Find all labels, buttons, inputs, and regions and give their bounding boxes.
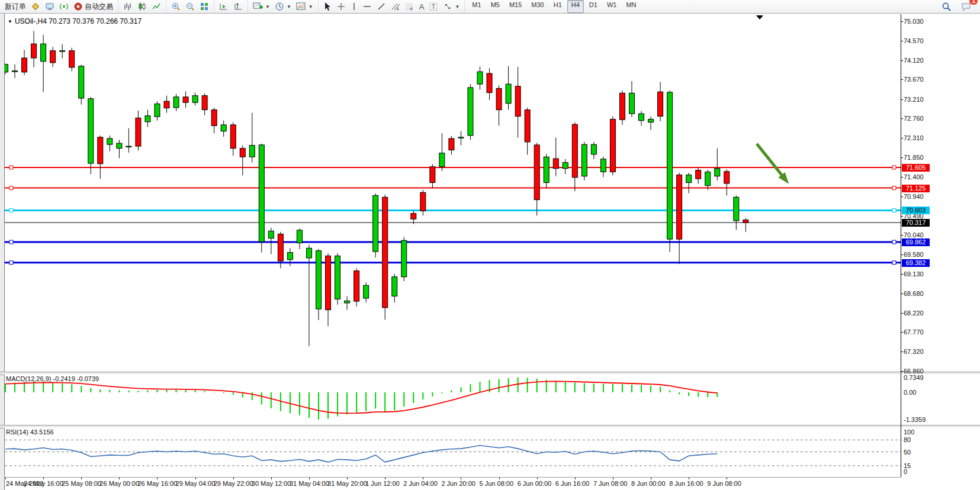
- candle-bull: [192, 96, 198, 103]
- candle-bull: [155, 104, 160, 117]
- hline-handle[interactable]: [892, 261, 896, 265]
- timeframe-button-MN[interactable]: MN: [622, 0, 640, 13]
- candle-bear: [724, 172, 730, 183]
- timeframe-button-M1[interactable]: M1: [468, 0, 485, 13]
- hline-handle[interactable]: [892, 166, 896, 169]
- price-tick-label: 67.770: [904, 328, 924, 336]
- zoom-out-icon[interactable]: [183, 0, 197, 13]
- candle-bull: [364, 285, 369, 298]
- price-tick-label: 67.320: [904, 348, 924, 355]
- time-tick-mark: [385, 478, 385, 479]
- time-tick-label: 2 Jun 04:00: [403, 480, 438, 487]
- time-tick-label: 25 May 08:00: [62, 480, 101, 487]
- candle-bull: [686, 175, 692, 183]
- price-tick-mark: [901, 371, 903, 372]
- channel-tool-icon[interactable]: E: [388, 0, 403, 13]
- arrows-tool-icon[interactable]: ▼: [441, 0, 462, 13]
- new-chart-icon[interactable]: ▼: [250, 0, 272, 13]
- rsi-axis: 1008050150: [901, 427, 980, 476]
- timeframe-button-W1[interactable]: W1: [603, 0, 621, 13]
- candle-bear: [534, 145, 539, 200]
- candle-bull: [458, 137, 464, 138]
- time-tick-label: 8 Jun 00:00: [631, 480, 666, 487]
- timeframe-button-H1[interactable]: H1: [550, 0, 566, 13]
- hline-handle[interactable]: [9, 240, 13, 244]
- main-price-pane[interactable]: [5, 14, 901, 372]
- new-order-button[interactable]: 新订单: [2, 0, 28, 13]
- candle-bull: [5, 65, 8, 72]
- price-tick-mark: [901, 254, 903, 255]
- tile-windows-icon[interactable]: [197, 0, 211, 13]
- chart-forward-icon[interactable]: [217, 0, 231, 13]
- price-tick-mark: [901, 332, 903, 333]
- timeframe-button-D1[interactable]: D1: [585, 0, 602, 13]
- hline-handle[interactable]: [9, 261, 13, 265]
- chart-title: ▼USOil-,H4 70.273 70.376 70.266 70.317: [8, 17, 142, 25]
- candle-bear: [31, 44, 37, 58]
- price-tick-mark: [901, 352, 903, 352]
- terminal-icon[interactable]: [43, 0, 57, 13]
- hline-handle[interactable]: [892, 208, 896, 212]
- hline-handle[interactable]: [892, 186, 896, 190]
- horizontal-line-tool-icon[interactable]: [360, 0, 374, 13]
- candlestick-chart-icon[interactable]: [135, 0, 149, 13]
- candle-bull: [306, 248, 311, 258]
- bar-chart-icon[interactable]: [121, 0, 135, 13]
- line-chart-icon[interactable]: [149, 0, 163, 13]
- zoom-in-icon[interactable]: [169, 0, 183, 13]
- time-axis[interactable]: 24 May 202324 May 16:0025 May 08:0026 Ma…: [5, 477, 901, 490]
- text-tool-icon[interactable]: A: [417, 0, 427, 13]
- candle-bull: [544, 157, 549, 182]
- trendline-tool-icon[interactable]: [374, 0, 388, 13]
- timeframe-button-M30[interactable]: M30: [527, 0, 548, 13]
- macd-pane[interactable]: [5, 374, 901, 425]
- price-tick-mark: [901, 99, 903, 100]
- timeframe-button-M15[interactable]: M15: [505, 0, 526, 13]
- candle-bull: [705, 172, 711, 185]
- candle-bear: [22, 58, 27, 72]
- cursor-tool-icon[interactable]: [321, 0, 334, 13]
- hline-handle[interactable]: [9, 186, 13, 190]
- rsi-line: [5, 446, 717, 462]
- timeframe-button-M5[interactable]: M5: [487, 0, 504, 13]
- candle-bull: [316, 251, 321, 309]
- order-coin-icon[interactable]: [28, 0, 43, 13]
- candle-bear: [411, 214, 416, 219]
- label-tool-icon[interactable]: T: [426, 0, 441, 13]
- toolbar-group-drawing: E F A T ▼: [318, 0, 465, 13]
- candle-bear: [164, 101, 169, 108]
- price-axis[interactable]: 75.03074.57074.12073.67073.21072.76072.3…: [901, 14, 980, 372]
- candle-bear: [487, 73, 492, 93]
- chart-back-icon[interactable]: [231, 0, 245, 13]
- candle-bull: [268, 231, 274, 238]
- hline-handle[interactable]: [892, 240, 896, 244]
- price-tick-label: 75.030: [904, 18, 924, 25]
- dropdown-caret: ▼: [287, 4, 291, 9]
- chart-shift-marker-icon[interactable]: [756, 15, 763, 20]
- vertical-line-tool-icon[interactable]: [348, 0, 360, 13]
- down-arrow-object[interactable]: [757, 144, 785, 179]
- notifications-chat-icon[interactable]: 1: [959, 0, 974, 13]
- timeframe-button-H4[interactable]: H4: [567, 0, 584, 13]
- candle-bull: [581, 144, 587, 176]
- hline-handle[interactable]: [9, 166, 13, 169]
- time-tick-label: 1 Jun 12:00: [365, 480, 400, 487]
- crosshair-tool-icon[interactable]: [334, 0, 348, 13]
- autotrade-button[interactable]: 自动交易: [71, 0, 115, 13]
- toolbar-group-trade: 新订单 自动交易: [0, 0, 118, 13]
- price-tick-label: 70.940: [904, 193, 924, 200]
- price-tick-label: 74.120: [904, 57, 924, 64]
- time-tick-label: 31 May 04:00: [290, 480, 329, 487]
- price-tick-mark: [901, 216, 903, 217]
- period-clock-icon[interactable]: ▼: [272, 0, 294, 13]
- signal-icon[interactable]: [57, 0, 71, 13]
- new-order-label: 新订单: [5, 2, 26, 12]
- chart-dropdown-icon[interactable]: ▼: [8, 19, 12, 24]
- indicators-icon[interactable]: ▼: [294, 0, 316, 13]
- search-icon[interactable]: [939, 0, 954, 13]
- fibonacci-tool-icon[interactable]: F: [403, 0, 417, 13]
- rsi-pane[interactable]: [5, 427, 901, 476]
- price-tick-label: 69.130: [904, 270, 924, 278]
- hline-handle[interactable]: [9, 208, 13, 212]
- time-tick-mark: [613, 478, 613, 479]
